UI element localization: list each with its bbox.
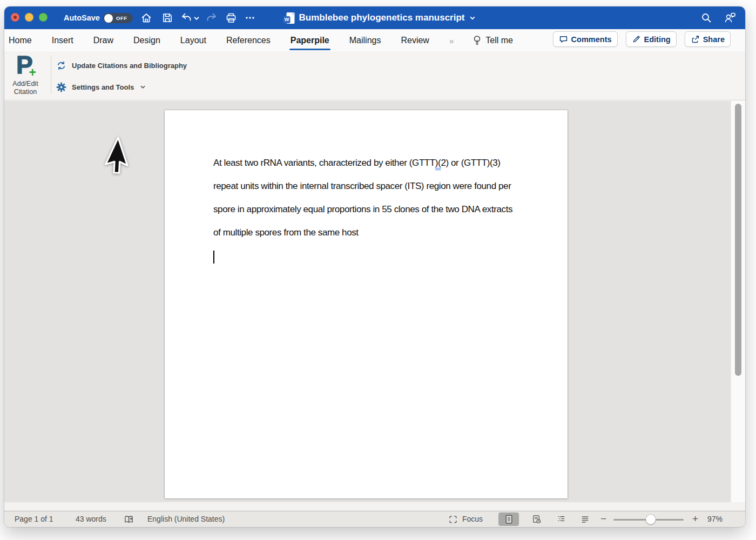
title-chevron-icon [469,15,476,22]
ribbon-paperpile: P + Add/Edit Citation Update Citations a… [4,52,745,100]
tab-home[interactable]: Home [9,36,32,45]
settings-chevron-icon [140,84,146,90]
text-caret [213,251,214,264]
search-icon[interactable] [700,11,713,24]
title-bar: AutoSave OFF W Bumblebee [4,6,745,29]
gear-icon [56,82,66,92]
undo-icon[interactable] [180,11,193,24]
document-title: Bumblebee phylogenetics manuscript [299,12,464,23]
web-layout-view-button[interactable] [526,512,546,526]
draft-view-button[interactable] [575,512,595,526]
word-window: AutoSave OFF W Bumblebee [4,6,745,527]
tab-mailings[interactable]: Mailings [349,36,381,45]
outline-view-button[interactable] [551,512,571,526]
pencil-icon [632,35,641,44]
tell-me[interactable]: Tell me [473,35,513,46]
print-layout-view-button[interactable] [498,512,519,526]
text-line-4: of multiple spores from the same host [213,227,512,251]
text-line-2: repeat units within the internal transcr… [213,181,512,204]
zoom-slider-thumb[interactable] [646,515,656,524]
text-line-3: spore in approximately equal proportions… [213,204,512,227]
zoom-in-button[interactable]: + [692,511,698,527]
tab-layout[interactable]: Layout [180,36,206,45]
tab-overflow-chevron[interactable]: » [449,36,453,45]
document-canvas[interactable]: At least two rRNA variants, characterize… [4,101,745,502]
share-icon [691,35,700,44]
lightbulb-icon [473,35,482,46]
settings-and-tools-button[interactable]: Settings and Tools [56,82,146,92]
draft-icon [580,515,590,524]
mouse-cursor [105,137,130,176]
horizontal-scroll-gutter [4,502,745,511]
tab-design[interactable]: Design [133,36,160,45]
autosave-state: OFF [116,13,127,23]
word-doc-icon: W [283,12,294,24]
tab-insert[interactable]: Insert [52,36,73,45]
close-button[interactable] [11,13,19,22]
vertical-scrollbar-thumb[interactable] [735,104,741,376]
undo-dropdown-chevron[interactable] [193,15,200,22]
ribbon-tabs-row: Home Insert Draw Design Layout Reference… [4,29,745,52]
tab-draw[interactable]: Draw [93,36,113,45]
redo-icon [205,11,218,24]
focus-icon [448,515,458,524]
refresh-icon [56,60,66,71]
comments-button[interactable]: Comments [553,31,618,47]
comment-icon [559,35,568,44]
zoom-out-button[interactable]: − [600,511,606,527]
update-citations-button[interactable]: Update Citations and Bibliography [56,60,187,71]
vertical-scrollbar[interactable] [731,101,745,502]
status-bar: Page 1 of 1 43 words English (United Sta… [4,511,745,527]
toggle-knob [104,14,113,23]
save-icon[interactable] [161,11,174,24]
paperpile-logo-icon: P + [16,56,35,77]
word-count[interactable]: 43 words [76,511,106,527]
outline-icon [557,515,566,524]
zoom-slider[interactable] [613,519,684,521]
web-layout-icon [532,515,541,524]
language[interactable]: English (United States) [147,511,225,527]
grammar-mark: )( [435,158,441,168]
share-button[interactable]: Share [685,31,731,47]
print-icon[interactable] [225,11,238,24]
ribbon-divider [51,56,51,94]
autosave-label: AutoSave [64,6,100,29]
tab-references[interactable]: References [226,36,271,45]
zoom-level[interactable]: 97% [707,511,723,527]
focus-button[interactable]: Focus [448,511,483,527]
add-edit-citation-button[interactable]: P + Add/Edit Citation [7,55,44,98]
editing-button[interactable]: Editing [626,31,677,47]
more-icon[interactable] [244,11,256,24]
text-line-1: At least two rRNA variants, characterize… [213,158,512,181]
tab-review[interactable]: Review [401,36,429,45]
document-page[interactable]: At least two rRNA variants, characterize… [165,110,568,498]
spellcheck-icon[interactable] [124,514,134,524]
presence-icon[interactable] [724,11,737,24]
document-title-group[interactable]: W Bumblebee phylogenetics manuscript [283,6,476,29]
print-layout-icon [504,515,514,524]
home-icon[interactable] [140,11,153,24]
page-count[interactable]: Page 1 of 1 [15,511,53,527]
minimize-button[interactable] [25,13,33,22]
zoom-button[interactable] [39,13,48,22]
tab-paperpile[interactable]: Paperpile [291,36,329,45]
autosave-toggle[interactable]: OFF [103,13,133,23]
paragraph: At least two rRNA variants, characterize… [213,158,512,251]
